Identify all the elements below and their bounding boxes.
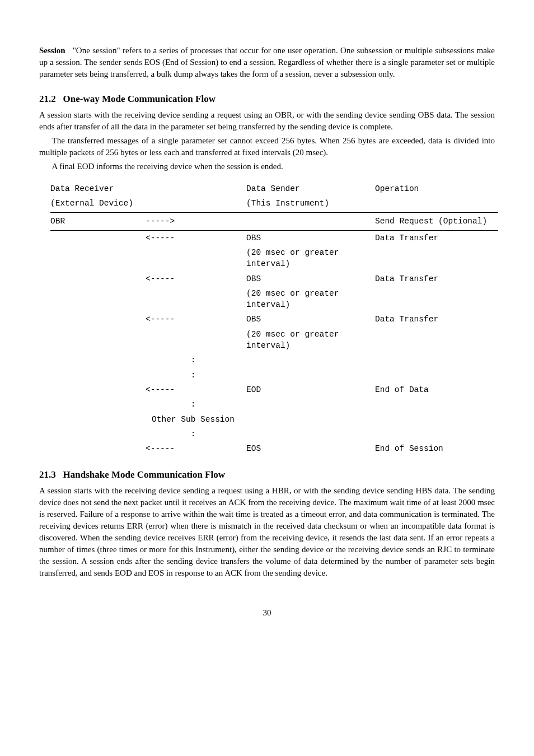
flow-header-row1: Data Receiver Data Sender Operation <box>50 181 498 196</box>
row-obr: OBR -----> Send Request (Optional) <box>50 213 498 230</box>
row-other-sub-session: Other Sub Session <box>50 412 498 427</box>
row-obs3-interval: (20 msec or greater interval) <box>50 327 498 353</box>
row-obs1-interval: (20 msec or greater interval) <box>50 245 498 272</box>
hdr-arrow <box>146 181 246 196</box>
sec212-p2: The transferred messages of a single par… <box>39 135 495 158</box>
cell-obr-op: Send Request (Optional) <box>375 213 498 230</box>
heading-21-3: 21.3 Handshake Mode Communication Flow <box>39 468 495 482</box>
flow-table: Data Receiver Data Sender Operation (Ext… <box>50 181 498 456</box>
row-eod: <----- EOD End of Data <box>50 382 498 397</box>
cell-obr-sender <box>246 213 375 230</box>
session-text: "One session" refers to a series of proc… <box>39 46 495 78</box>
hdr-operation: Operation <box>375 181 498 196</box>
session-runin: Session <box>39 46 65 55</box>
sec213-p1: A session starts with the receiving devi… <box>39 485 495 579</box>
row-obs2-interval: (20 msec or greater interval) <box>50 286 498 312</box>
hdr-sender-sub: (This Instrument) <box>246 196 375 213</box>
cell-obr-recv: OBR <box>50 213 146 230</box>
sec212-p3: A final EOD informs the receiving device… <box>39 161 495 172</box>
row-dots2: : <box>50 368 498 382</box>
row-obs1: <----- OBS Data Transfer <box>50 230 498 245</box>
hdr-sender: Data Sender <box>246 181 375 196</box>
row-dots3: : <box>50 397 498 412</box>
session-paragraph: Session "One session" refers to a series… <box>39 45 495 80</box>
hdr-receiver-sub: (External Device) <box>50 196 146 213</box>
hdr-receiver: Data Receiver <box>50 181 146 196</box>
row-dots4: : <box>50 427 498 441</box>
row-obs2: <----- OBS Data Transfer <box>50 272 498 286</box>
row-obs3: <----- OBS Data Transfer <box>50 312 498 326</box>
row-eos: <----- EOS End of Session <box>50 441 498 456</box>
sec212-p1: A session starts with the receiving devi… <box>39 109 495 133</box>
cell-obr-arrow: -----> <box>146 213 246 230</box>
row-dots1: : <box>50 353 498 367</box>
heading-21-2: 21.2 One-way Mode Communication Flow <box>39 92 495 106</box>
flow-header-row2: (External Device) (This Instrument) <box>50 196 498 213</box>
page-number: 30 <box>39 607 495 619</box>
